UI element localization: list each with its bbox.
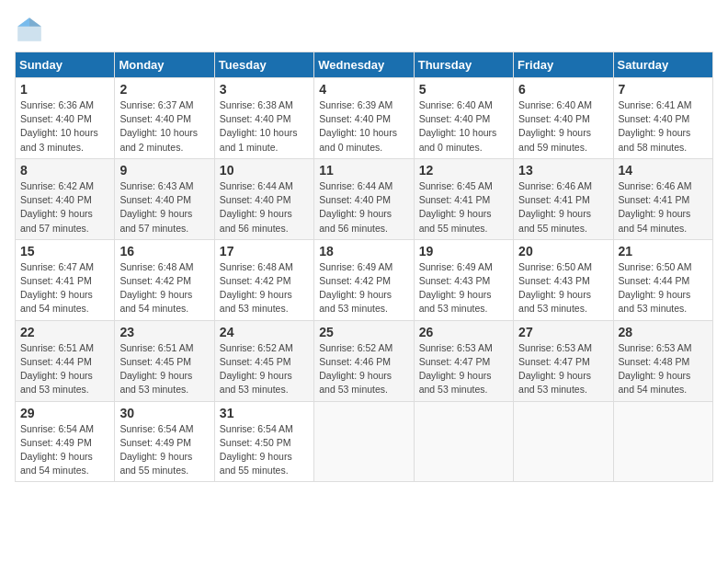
calendar-table: SundayMondayTuesdayWednesdayThursdayFrid… — [15, 52, 713, 482]
day-number: 3 — [220, 82, 309, 97]
day-info: Sunrise: 6:48 AMSunset: 4:42 PMDaylight:… — [119, 260, 209, 316]
day-number: 30 — [119, 406, 209, 420]
day-number: 15 — [20, 244, 109, 259]
day-info: Sunrise: 6:53 AMSunset: 4:47 PMDaylight:… — [518, 341, 608, 397]
calendar-day-header: Wednesday — [314, 52, 414, 78]
day-info: Sunrise: 6:41 AMSunset: 4:40 PMDaylight:… — [619, 98, 708, 155]
calendar-day-cell — [613, 401, 712, 482]
day-number: 13 — [518, 163, 608, 178]
calendar-day-cell: 6Sunrise: 6:40 AMSunset: 4:40 PMDaylight… — [514, 78, 613, 159]
calendar-day-cell: 26Sunrise: 6:53 AMSunset: 4:47 PMDayligh… — [414, 320, 513, 401]
day-number: 25 — [319, 325, 408, 339]
day-number: 9 — [119, 163, 209, 178]
day-info: Sunrise: 6:45 AMSunset: 4:41 PMDaylight:… — [419, 179, 508, 236]
day-number: 23 — [119, 325, 209, 339]
calendar-day-cell: 22Sunrise: 6:51 AMSunset: 4:44 PMDayligh… — [16, 320, 115, 401]
calendar-week-row: 29Sunrise: 6:54 AMSunset: 4:49 PMDayligh… — [16, 401, 713, 482]
calendar-day-cell: 12Sunrise: 6:45 AMSunset: 4:41 PMDayligh… — [414, 158, 513, 239]
day-info: Sunrise: 6:37 AMSunset: 4:40 PMDaylight:… — [119, 98, 209, 155]
day-info: Sunrise: 6:52 AMSunset: 4:45 PMDaylight:… — [220, 341, 309, 397]
day-number: 7 — [619, 82, 708, 97]
calendar-day-header: Monday — [115, 52, 214, 78]
calendar-day-cell: 31Sunrise: 6:54 AMSunset: 4:50 PMDayligh… — [214, 401, 313, 482]
calendar-day-cell: 20Sunrise: 6:50 AMSunset: 4:43 PMDayligh… — [514, 239, 613, 320]
day-number: 31 — [220, 406, 309, 420]
calendar-day-cell: 23Sunrise: 6:51 AMSunset: 4:45 PMDayligh… — [115, 320, 214, 401]
day-info: Sunrise: 6:36 AMSunset: 4:40 PMDaylight:… — [20, 98, 109, 155]
calendar-day-cell — [514, 401, 613, 482]
day-number: 27 — [518, 325, 608, 339]
day-number: 2 — [119, 82, 209, 97]
calendar-day-cell: 13Sunrise: 6:46 AMSunset: 4:41 PMDayligh… — [514, 158, 613, 239]
day-info: Sunrise: 6:46 AMSunset: 4:41 PMDaylight:… — [619, 179, 708, 236]
calendar-day-cell — [314, 401, 414, 482]
day-info: Sunrise: 6:40 AMSunset: 4:40 PMDaylight:… — [419, 98, 508, 155]
day-number: 21 — [619, 244, 708, 259]
day-number: 14 — [619, 163, 708, 178]
day-number: 8 — [20, 163, 109, 178]
day-number: 19 — [419, 244, 508, 259]
logo — [15, 15, 48, 44]
calendar-day-cell: 19Sunrise: 6:49 AMSunset: 4:43 PMDayligh… — [414, 239, 513, 320]
day-number: 17 — [220, 244, 309, 259]
calendar-day-header: Sunday — [16, 52, 115, 78]
day-number: 5 — [419, 82, 508, 97]
calendar-day-cell: 10Sunrise: 6:44 AMSunset: 4:40 PMDayligh… — [214, 158, 313, 239]
day-info: Sunrise: 6:53 AMSunset: 4:48 PMDaylight:… — [619, 341, 708, 397]
day-number: 12 — [419, 163, 508, 178]
day-number: 20 — [518, 244, 608, 259]
day-number: 22 — [20, 325, 109, 339]
day-number: 18 — [319, 244, 408, 259]
calendar-day-cell: 30Sunrise: 6:54 AMSunset: 4:49 PMDayligh… — [115, 401, 214, 482]
day-number: 10 — [220, 163, 309, 178]
day-info: Sunrise: 6:39 AMSunset: 4:40 PMDaylight:… — [319, 98, 408, 155]
calendar-day-cell: 8Sunrise: 6:42 AMSunset: 4:40 PMDaylight… — [16, 158, 115, 239]
day-info: Sunrise: 6:51 AMSunset: 4:44 PMDaylight:… — [20, 341, 109, 397]
logo-icon — [15, 15, 44, 44]
day-number: 4 — [319, 82, 408, 97]
day-number: 24 — [220, 325, 309, 339]
calendar-day-cell: 24Sunrise: 6:52 AMSunset: 4:45 PMDayligh… — [214, 320, 313, 401]
day-info: Sunrise: 6:49 AMSunset: 4:43 PMDaylight:… — [419, 260, 508, 316]
calendar-day-cell: 5Sunrise: 6:40 AMSunset: 4:40 PMDaylight… — [414, 78, 513, 159]
calendar-day-cell: 16Sunrise: 6:48 AMSunset: 4:42 PMDayligh… — [115, 239, 214, 320]
calendar-day-cell: 18Sunrise: 6:49 AMSunset: 4:42 PMDayligh… — [314, 239, 414, 320]
day-info: Sunrise: 6:54 AMSunset: 4:49 PMDaylight:… — [20, 422, 109, 478]
day-info: Sunrise: 6:49 AMSunset: 4:42 PMDaylight:… — [319, 260, 408, 316]
svg-marker-1 — [29, 17, 41, 27]
day-number: 28 — [619, 325, 708, 339]
calendar-day-header: Thursday — [414, 52, 513, 78]
day-info: Sunrise: 6:44 AMSunset: 4:40 PMDaylight:… — [319, 179, 408, 236]
calendar-header-row: SundayMondayTuesdayWednesdayThursdayFrid… — [16, 52, 713, 78]
day-info: Sunrise: 6:42 AMSunset: 4:40 PMDaylight:… — [20, 179, 109, 236]
calendar-day-header: Friday — [514, 52, 613, 78]
day-info: Sunrise: 6:46 AMSunset: 4:41 PMDaylight:… — [518, 179, 608, 236]
calendar-day-cell: 2Sunrise: 6:37 AMSunset: 4:40 PMDaylight… — [115, 78, 214, 159]
calendar-day-cell: 14Sunrise: 6:46 AMSunset: 4:41 PMDayligh… — [613, 158, 712, 239]
calendar-day-cell: 11Sunrise: 6:44 AMSunset: 4:40 PMDayligh… — [314, 158, 414, 239]
day-number: 16 — [119, 244, 209, 259]
day-info: Sunrise: 6:52 AMSunset: 4:46 PMDaylight:… — [319, 341, 408, 397]
svg-marker-2 — [17, 17, 29, 27]
calendar-week-row: 8Sunrise: 6:42 AMSunset: 4:40 PMDaylight… — [16, 158, 713, 239]
day-number: 26 — [419, 325, 508, 339]
calendar-day-cell: 28Sunrise: 6:53 AMSunset: 4:48 PMDayligh… — [613, 320, 712, 401]
day-number: 1 — [20, 82, 109, 97]
day-info: Sunrise: 6:38 AMSunset: 4:40 PMDaylight:… — [220, 98, 309, 155]
calendar-day-cell: 25Sunrise: 6:52 AMSunset: 4:46 PMDayligh… — [314, 320, 414, 401]
day-info: Sunrise: 6:53 AMSunset: 4:47 PMDaylight:… — [419, 341, 508, 397]
calendar-day-cell: 15Sunrise: 6:47 AMSunset: 4:41 PMDayligh… — [16, 239, 115, 320]
calendar-day-cell: 7Sunrise: 6:41 AMSunset: 4:40 PMDaylight… — [613, 78, 712, 159]
day-number: 11 — [319, 163, 408, 178]
header — [15, 15, 713, 44]
day-info: Sunrise: 6:51 AMSunset: 4:45 PMDaylight:… — [119, 341, 209, 397]
day-number: 29 — [20, 406, 109, 420]
calendar-day-cell: 21Sunrise: 6:50 AMSunset: 4:44 PMDayligh… — [613, 239, 712, 320]
calendar-day-cell: 17Sunrise: 6:48 AMSunset: 4:42 PMDayligh… — [214, 239, 313, 320]
calendar-day-cell: 27Sunrise: 6:53 AMSunset: 4:47 PMDayligh… — [514, 320, 613, 401]
calendar-day-cell: 3Sunrise: 6:38 AMSunset: 4:40 PMDaylight… — [214, 78, 313, 159]
day-info: Sunrise: 6:50 AMSunset: 4:44 PMDaylight:… — [619, 260, 708, 316]
day-number: 6 — [518, 82, 608, 97]
day-info: Sunrise: 6:44 AMSunset: 4:40 PMDaylight:… — [220, 179, 309, 236]
calendar-day-header: Tuesday — [214, 52, 313, 78]
